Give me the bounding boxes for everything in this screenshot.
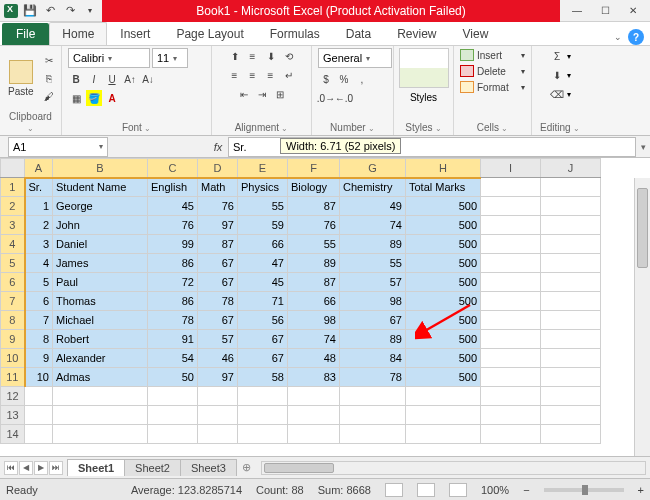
align-bottom-button[interactable]: ⬇ bbox=[263, 48, 279, 64]
tab-home[interactable]: Home bbox=[49, 22, 107, 45]
row-header-10[interactable]: 10 bbox=[1, 349, 25, 368]
cell-E3[interactable]: 59 bbox=[238, 216, 288, 235]
cell-J3[interactable] bbox=[541, 216, 601, 235]
cell-I5[interactable] bbox=[481, 254, 541, 273]
underline-button[interactable]: U bbox=[104, 71, 120, 87]
align-right-button[interactable]: ≡ bbox=[263, 67, 279, 83]
cell-J11[interactable] bbox=[541, 368, 601, 387]
formula-bar-expand[interactable]: ▾ bbox=[636, 142, 650, 152]
cell-E8[interactable]: 56 bbox=[238, 311, 288, 330]
cell-F10[interactable]: 48 bbox=[288, 349, 340, 368]
delete-cells-button[interactable]: Delete▾ bbox=[460, 64, 525, 78]
cell-C9[interactable]: 91 bbox=[148, 330, 198, 349]
col-header-J[interactable]: J bbox=[541, 159, 601, 178]
row-header-13[interactable]: 13 bbox=[1, 406, 25, 425]
cell-B14[interactable] bbox=[53, 425, 148, 444]
new-sheet-button[interactable]: ⊕ bbox=[236, 461, 257, 474]
sheet-nav-first[interactable]: ⏮ bbox=[4, 461, 18, 475]
cell-H5[interactable]: 500 bbox=[406, 254, 481, 273]
cell-G4[interactable]: 89 bbox=[340, 235, 406, 254]
number-format-combo[interactable]: General▾ bbox=[318, 48, 392, 68]
zoom-slider[interactable] bbox=[544, 488, 624, 492]
cell-H7[interactable]: 500 bbox=[406, 292, 481, 311]
col-header-C[interactable]: C bbox=[148, 159, 198, 178]
cell-F7[interactable]: 66 bbox=[288, 292, 340, 311]
format-painter-button[interactable]: 🖌 bbox=[40, 89, 58, 105]
increase-font-button[interactable]: A↑ bbox=[122, 71, 138, 87]
cell-J8[interactable] bbox=[541, 311, 601, 330]
cell-E2[interactable]: 55 bbox=[238, 197, 288, 216]
col-header-E[interactable]: E bbox=[238, 159, 288, 178]
cell-G11[interactable]: 78 bbox=[340, 368, 406, 387]
orientation-button[interactable]: ⟲ bbox=[281, 48, 297, 64]
close-button[interactable]: ✕ bbox=[620, 2, 646, 20]
insert-function-button[interactable]: fx bbox=[208, 141, 228, 153]
cell-B8[interactable]: Michael bbox=[53, 311, 148, 330]
cell-E13[interactable] bbox=[238, 406, 288, 425]
row-header-6[interactable]: 6 bbox=[1, 273, 25, 292]
row-header-9[interactable]: 9 bbox=[1, 330, 25, 349]
increase-decimal-button[interactable]: .0→ bbox=[318, 90, 334, 106]
cell-D8[interactable]: 67 bbox=[198, 311, 238, 330]
cell-H10[interactable]: 500 bbox=[406, 349, 481, 368]
cell-G1[interactable]: Chemistry bbox=[340, 178, 406, 197]
cell-G14[interactable] bbox=[340, 425, 406, 444]
font-family-combo[interactable]: Calibri▾ bbox=[68, 48, 150, 68]
tab-page-layout[interactable]: Page Layout bbox=[163, 22, 256, 45]
tab-view[interactable]: View bbox=[450, 22, 502, 45]
fill-color-button[interactable]: 🪣 bbox=[86, 90, 102, 106]
tab-insert[interactable]: Insert bbox=[107, 22, 163, 45]
cell-B11[interactable]: Admas bbox=[53, 368, 148, 387]
cell-E4[interactable]: 66 bbox=[238, 235, 288, 254]
qat-customize[interactable]: ▾ bbox=[82, 3, 98, 19]
row-header-11[interactable]: 11 bbox=[1, 368, 25, 387]
cell-D5[interactable]: 67 bbox=[198, 254, 238, 273]
decrease-indent-button[interactable]: ⇤ bbox=[236, 86, 252, 102]
cell-J7[interactable] bbox=[541, 292, 601, 311]
cell-J2[interactable] bbox=[541, 197, 601, 216]
cell-C12[interactable] bbox=[148, 387, 198, 406]
sheet-nav-last[interactable]: ⏭ bbox=[49, 461, 63, 475]
row-header-14[interactable]: 14 bbox=[1, 425, 25, 444]
cell-A9[interactable]: 8 bbox=[25, 330, 53, 349]
cell-G5[interactable]: 55 bbox=[340, 254, 406, 273]
border-button[interactable]: ▦ bbox=[68, 90, 84, 106]
cell-G10[interactable]: 84 bbox=[340, 349, 406, 368]
cell-D9[interactable]: 57 bbox=[198, 330, 238, 349]
decrease-decimal-button[interactable]: ←.0 bbox=[336, 90, 352, 106]
cell-E9[interactable]: 67 bbox=[238, 330, 288, 349]
cell-J4[interactable] bbox=[541, 235, 601, 254]
cell-F1[interactable]: Biology bbox=[288, 178, 340, 197]
cell-A12[interactable] bbox=[25, 387, 53, 406]
row-header-3[interactable]: 3 bbox=[1, 216, 25, 235]
sheet-nav-next[interactable]: ▶ bbox=[34, 461, 48, 475]
cell-I12[interactable] bbox=[481, 387, 541, 406]
row-header-7[interactable]: 7 bbox=[1, 292, 25, 311]
redo-button[interactable]: ↷ bbox=[62, 3, 78, 19]
cell-F3[interactable]: 76 bbox=[288, 216, 340, 235]
cell-I2[interactable] bbox=[481, 197, 541, 216]
comma-button[interactable]: , bbox=[354, 71, 370, 87]
cell-G8[interactable]: 67 bbox=[340, 311, 406, 330]
row-header-1[interactable]: 1 bbox=[1, 178, 25, 197]
ribbon-minimize-icon[interactable]: ⌄ bbox=[614, 32, 622, 42]
cell-B10[interactable]: Alexander bbox=[53, 349, 148, 368]
cell-F5[interactable]: 89 bbox=[288, 254, 340, 273]
cell-D14[interactable] bbox=[198, 425, 238, 444]
cell-A4[interactable]: 3 bbox=[25, 235, 53, 254]
cell-H14[interactable] bbox=[406, 425, 481, 444]
cell-F2[interactable]: 87 bbox=[288, 197, 340, 216]
percent-button[interactable]: % bbox=[336, 71, 352, 87]
cell-C13[interactable] bbox=[148, 406, 198, 425]
cell-H12[interactable] bbox=[406, 387, 481, 406]
cell-D6[interactable]: 67 bbox=[198, 273, 238, 292]
cell-C2[interactable]: 45 bbox=[148, 197, 198, 216]
maximize-button[interactable]: ☐ bbox=[592, 2, 618, 20]
font-size-combo[interactable]: 11▾ bbox=[152, 48, 188, 68]
cell-H9[interactable]: 500 bbox=[406, 330, 481, 349]
cell-E11[interactable]: 58 bbox=[238, 368, 288, 387]
col-header-H[interactable]: H bbox=[406, 159, 481, 178]
cell-F8[interactable]: 98 bbox=[288, 311, 340, 330]
cell-E7[interactable]: 71 bbox=[238, 292, 288, 311]
cell-D11[interactable]: 97 bbox=[198, 368, 238, 387]
